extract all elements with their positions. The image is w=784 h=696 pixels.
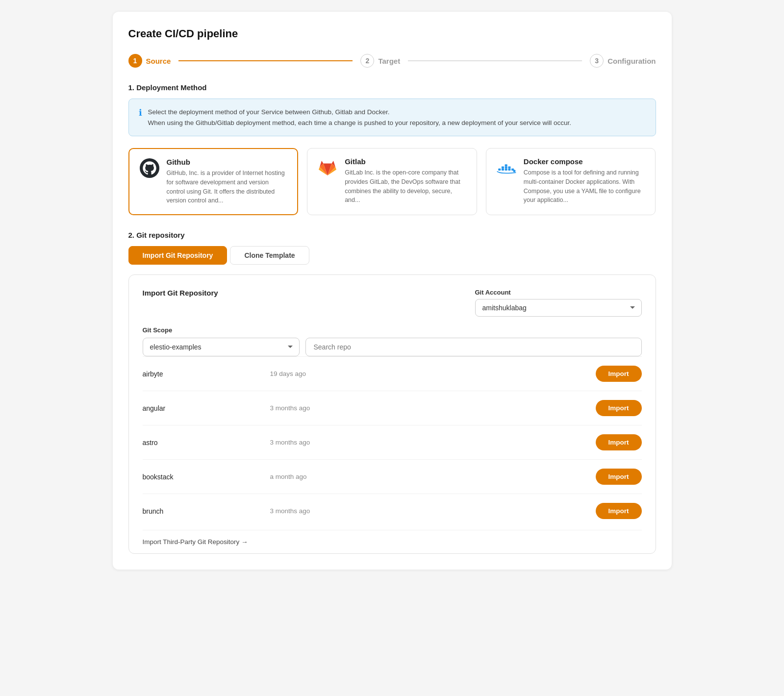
git-repository-title: 2. Git repository [128,231,656,239]
import-panel-top: Import Git Repository Git Account amitsh… [143,289,642,317]
step-label-target: Target [378,57,400,65]
svg-rect-6 [505,169,507,171]
svg-point-10 [513,170,515,172]
svg-rect-1 [498,169,501,171]
page-title: Create CI/CD pipeline [128,27,656,40]
step-number-target: 2 [360,54,374,68]
method-card-github[interactable]: Github GitHub, Inc. is a provider of Int… [128,148,299,215]
step-configuration: 3 Configuration [590,54,656,68]
svg-rect-5 [505,167,507,169]
git-account-label: Git Account [475,289,642,296]
step-line-2 [408,60,582,61]
info-text: Select the deployment method of your Ser… [148,107,571,128]
gitlab-card-text: Gitlab GitLab Inc. is the open-core comp… [345,157,467,205]
repo-time-angular: 3 months ago [241,404,596,412]
import-panel-title: Import Git Repository [143,289,218,297]
svg-rect-8 [508,169,510,171]
method-card-gitlab[interactable]: Gitlab GitLab Inc. is the open-core comp… [307,148,477,215]
page-container: Create CI/CD pipeline 1 Source 2 Target … [113,12,672,570]
github-icon [139,158,160,178]
step-number-config: 3 [590,54,604,68]
git-account-select[interactable]: amitshuklabag [475,299,642,317]
repo-name-bookstack: bookstack [143,473,241,481]
info-icon: ℹ [139,107,142,118]
repo-name-airbyte: airbyte [143,370,241,378]
tab-row: Import Git Repository Clone Template [128,246,656,265]
repo-row-astro: astro 3 months ago Import [143,425,642,459]
repo-row-bookstack: bookstack a month ago Import [143,459,642,494]
tab-clone-template[interactable]: Clone Template [230,246,309,265]
import-third-party-link[interactable]: Import Third-Party Git Repository → [143,530,642,553]
stepper: 1 Source 2 Target 3 Configuration [128,54,656,68]
step-source: 1 Source [128,54,171,68]
repo-list: airbyte 19 days ago Import angular 3 mon… [143,356,642,528]
repo-time-bookstack: a month ago [241,473,596,480]
import-button-airbyte[interactable]: Import [596,366,642,382]
step-line-1 [178,60,353,61]
scope-search-row: elestio-examples [143,338,642,356]
svg-rect-2 [502,167,504,169]
repo-name-angular: angular [143,404,241,412]
svg-point-0 [140,158,159,178]
step-number-source: 1 [128,54,142,68]
step-target: 2 Target [360,54,400,68]
search-repo-input[interactable] [305,338,642,356]
import-panel: Import Git Repository Git Account amitsh… [128,274,656,554]
method-cards: Github GitHub, Inc. is a provider of Int… [128,148,656,215]
import-button-brunch[interactable]: Import [596,503,642,519]
info-box: ℹ Select the deployment method of your S… [128,99,656,136]
deployment-method-title: 1. Deployment Method [128,83,656,92]
git-account-section: Git Account amitshuklabag [475,289,642,317]
import-button-bookstack[interactable]: Import [596,469,642,485]
docker-card-text: Docker compose Compose is a tool for def… [524,157,646,205]
repo-name-astro: astro [143,439,241,447]
step-label-source: Source [146,57,171,65]
gitlab-icon [317,157,338,178]
git-scope-select[interactable]: elestio-examples [143,338,300,356]
git-scope-label: Git Scope [143,326,642,334]
repo-time-brunch: 3 months ago [241,507,596,515]
import-button-angular[interactable]: Import [596,400,642,416]
method-card-docker[interactable]: Docker compose Compose is a tool for def… [486,148,656,215]
import-button-astro[interactable]: Import [596,434,642,450]
svg-rect-3 [502,169,504,171]
repo-time-astro: 3 months ago [241,439,596,446]
tab-import-git[interactable]: Import Git Repository [128,246,228,265]
svg-rect-7 [508,167,510,169]
github-card-text: Github GitHub, Inc. is a provider of Int… [167,158,288,205]
repo-time-airbyte: 19 days ago [241,370,596,377]
repo-row-brunch: brunch 3 months ago Import [143,494,642,528]
repo-name-brunch: brunch [143,507,241,515]
step-label-config: Configuration [607,57,656,65]
docker-icon [496,157,517,178]
svg-rect-4 [505,164,507,166]
repo-row-angular: angular 3 months ago Import [143,391,642,425]
repo-row-airbyte: airbyte 19 days ago Import [143,356,642,391]
